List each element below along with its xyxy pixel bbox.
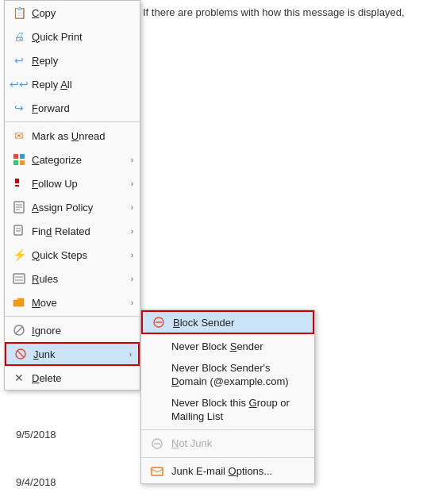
copy-icon: 📋 xyxy=(11,5,27,21)
menu-item-quick-print[interactable]: 🖨 Quick Print xyxy=(5,25,140,48)
submenu-label-junk-options: Junk E-mail Options... xyxy=(171,465,306,477)
not-junk-icon xyxy=(149,436,165,452)
svg-rect-2 xyxy=(13,160,18,165)
menu-label-quick-steps: Quick Steps xyxy=(32,249,128,261)
move-icon xyxy=(11,294,27,310)
menu-item-junk[interactable]: Junk › xyxy=(5,342,140,366)
menu-item-forward[interactable]: ↪ Forward xyxy=(5,96,140,120)
rules-icon xyxy=(11,271,27,287)
print-icon: 🖨 xyxy=(11,29,27,44)
submenu-item-block-sender[interactable]: Block Sender xyxy=(141,310,314,334)
menu-label-delete: Delete xyxy=(32,372,133,384)
menu-item-copy[interactable]: 📋 Copy xyxy=(5,1,140,25)
menu-item-categorize[interactable]: Categorize › xyxy=(5,148,140,171)
svg-rect-1 xyxy=(20,154,25,159)
never-block-sender-icon xyxy=(149,338,165,354)
svg-rect-13 xyxy=(13,274,25,283)
submenu-item-never-block-domain[interactable]: Never Block Sender's Domain (@example.co… xyxy=(141,358,314,393)
menu-label-reply: Reply xyxy=(32,55,133,67)
submenu-item-never-block-group[interactable]: Never Block this Group or Mailing List xyxy=(141,393,314,428)
move-arrow: › xyxy=(131,298,133,307)
svg-rect-24 xyxy=(152,467,163,475)
submenu-label-never-block-domain: Never Block Sender's Domain (@example.co… xyxy=(171,362,306,389)
reply-icon: ↩ xyxy=(11,52,27,68)
junk-submenu: Block Sender Never Block Sender Never Bl… xyxy=(140,310,315,484)
followup-arrow: › xyxy=(131,179,133,188)
quicksteps-arrow: › xyxy=(131,251,133,260)
findrelated-icon xyxy=(11,223,27,239)
menu-label-find-related: Find Related xyxy=(32,225,128,237)
menu-item-delete[interactable]: ✕ Delete xyxy=(5,366,140,390)
never-block-group-icon xyxy=(149,397,165,413)
submenu-separator-1 xyxy=(141,429,314,430)
menu-item-assign-policy[interactable]: Assign Policy › xyxy=(5,195,140,219)
submenu-item-junk-options[interactable]: Junk E-mail Options... xyxy=(141,460,314,483)
submenu-item-not-junk[interactable]: Not Junk xyxy=(141,432,314,456)
menu-label-categorize: Categorize xyxy=(32,154,128,166)
menu-label-rules: Rules xyxy=(32,273,128,285)
svg-rect-0 xyxy=(13,154,18,159)
date-2: 9/4/2018 xyxy=(16,476,56,488)
menu-item-find-related[interactable]: Find Related › xyxy=(5,219,140,243)
email-header-text: If there are problems with how this mess… xyxy=(143,6,405,18)
junk-arrow: › xyxy=(129,350,132,359)
never-block-domain-icon xyxy=(149,362,165,378)
menu-label-move: Move xyxy=(32,297,128,309)
junk-options-icon xyxy=(149,464,165,479)
menu-label-mark-unread: Mark as Unread xyxy=(32,130,133,142)
findrelated-arrow: › xyxy=(131,227,133,236)
menu-item-rules[interactable]: Rules › xyxy=(5,267,140,290)
separator-2 xyxy=(5,316,140,317)
policy-icon xyxy=(11,199,27,215)
forward-icon: ↪ xyxy=(11,100,27,116)
menu-item-move[interactable]: Move › xyxy=(5,290,140,314)
menu-item-follow-up[interactable]: Follow Up › xyxy=(5,171,140,195)
unread-icon: ✉ xyxy=(11,128,27,144)
submenu-label-not-junk: Not Junk xyxy=(171,437,306,449)
reply-all-icon: ↩↩ xyxy=(11,76,27,92)
menu-label-junk: Junk xyxy=(33,348,126,360)
menu-item-ignore[interactable]: Ignore xyxy=(5,318,140,342)
categorize-icon xyxy=(11,152,27,167)
svg-line-17 xyxy=(15,326,23,334)
ignore-icon xyxy=(11,322,27,338)
context-menu: 📋 Copy 🖨 Quick Print ↩ Reply ↩↩ Reply Al… xyxy=(4,0,140,391)
submenu-label-block-sender: Block Sender xyxy=(173,317,305,329)
svg-rect-3 xyxy=(20,160,25,165)
menu-label-quick-print: Quick Print xyxy=(32,31,133,43)
menu-item-reply-all[interactable]: ↩↩ Reply All xyxy=(5,72,140,96)
separator-1 xyxy=(5,121,140,122)
menu-label-copy: Copy xyxy=(32,7,133,19)
followup-icon xyxy=(11,175,27,191)
quicksteps-icon: ⚡ xyxy=(11,247,27,263)
policy-arrow: › xyxy=(131,203,133,212)
categorize-arrow: › xyxy=(131,156,133,164)
block-sender-icon xyxy=(151,314,167,330)
menu-label-reply-all: Reply All xyxy=(32,79,133,90)
menu-item-mark-unread[interactable]: ✉ Mark as Unread xyxy=(5,124,140,148)
menu-item-reply[interactable]: ↩ Reply xyxy=(5,48,140,72)
rules-arrow: › xyxy=(131,275,133,283)
menu-label-assign-policy: Assign Policy xyxy=(32,202,128,214)
submenu-label-never-block-sender: Never Block Sender xyxy=(171,340,306,352)
delete-icon: ✕ xyxy=(11,370,27,386)
junk-icon xyxy=(13,346,29,362)
date-1: 9/5/2018 xyxy=(16,429,56,441)
submenu-item-never-block-sender[interactable]: Never Block Sender xyxy=(141,334,314,358)
submenu-label-never-block-group: Never Block this Group or Mailing List xyxy=(171,397,306,424)
submenu-separator-2 xyxy=(141,457,314,458)
menu-label-follow-up: Follow Up xyxy=(32,178,128,190)
menu-label-ignore: Ignore xyxy=(32,325,133,337)
svg-rect-10 xyxy=(14,225,22,235)
menu-label-forward: Forward xyxy=(32,102,133,114)
svg-marker-4 xyxy=(15,179,19,183)
svg-rect-5 xyxy=(15,185,19,187)
menu-item-quick-steps[interactable]: ⚡ Quick Steps › xyxy=(5,243,140,267)
svg-line-19 xyxy=(17,351,24,357)
